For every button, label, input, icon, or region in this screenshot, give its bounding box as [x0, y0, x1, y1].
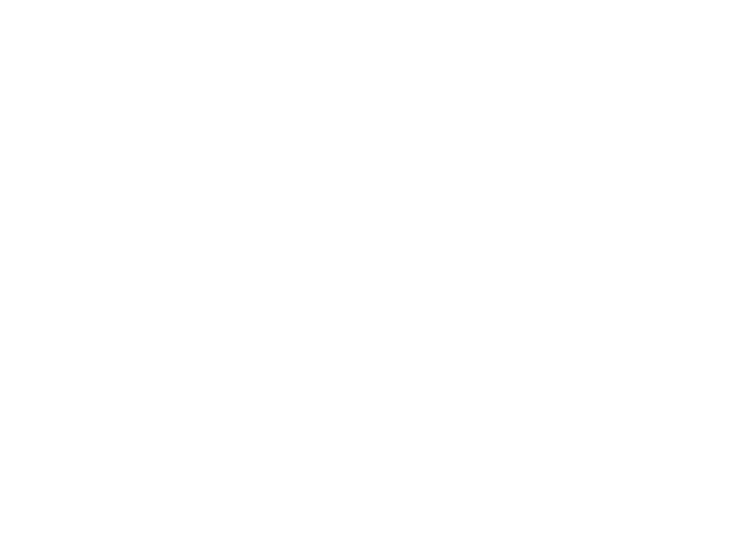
plot-area	[0, 9, 747, 471]
surface-svg	[0, 9, 747, 471]
